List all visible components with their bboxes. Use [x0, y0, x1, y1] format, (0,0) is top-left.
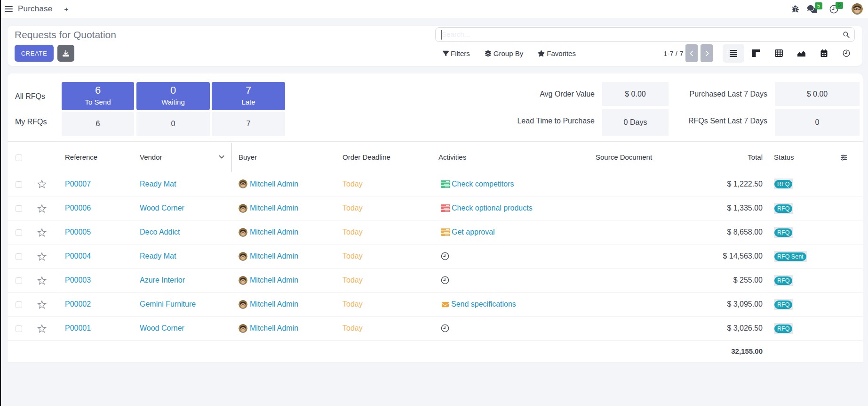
control-panel: Requests for Quotation CREATE Search... …: [8, 26, 862, 66]
waiting[interactable]: 0Waiting: [136, 82, 210, 110]
to-send[interactable]: 6To Send: [62, 82, 134, 110]
list-view[interactable]: [723, 44, 744, 63]
row-P00001[interactable]: P00001Wood CornerMitchell AdminToday$ 3,…: [8, 317, 863, 341]
graph-view[interactable]: [790, 44, 812, 63]
row-P00006[interactable]: P00006Wood CornerMitchell AdminTodayChec…: [8, 196, 863, 220]
activity-view[interactable]: [836, 44, 857, 63]
pager: 1-7 / 7: [663, 45, 684, 62]
main-card: All RFQs My RFQs 6To Send 0Waiting 7Late…: [8, 73, 863, 362]
rfq-table: Reference Vendor Buyer Order Deadline Ac…: [8, 141, 863, 362]
footer-row: 32,155.00: [8, 341, 863, 362]
prev[interactable]: [685, 44, 698, 62]
purchase-dashboard: All RFQs My RFQs 6To Send 0Waiting 7Late…: [8, 73, 863, 141]
search[interactable]: Search...: [435, 27, 855, 42]
row-P00007[interactable]: P00007Ready MatMitchell AdminTodayCheck …: [8, 172, 863, 196]
purchase-rfq-page: Purchase + 5 9 Requests for Quotation CR…: [0, 0, 868, 406]
my-waiting[interactable]: 0: [136, 112, 210, 136]
row-P00005[interactable]: P00005Deco AddictMitchell AdminTodayGet …: [8, 220, 863, 244]
my-to-send[interactable]: 6: [62, 112, 134, 136]
row-P00002[interactable]: P00002Gemini FurnitureMitchell AdminToda…: [8, 292, 863, 317]
next[interactable]: [701, 44, 713, 62]
debug[interactable]: [792, 5, 799, 13]
user-menu[interactable]: [852, 3, 863, 15]
group-by[interactable]: Group By: [485, 49, 523, 57]
pivot-view[interactable]: [768, 44, 789, 63]
menu-toggle[interactable]: [5, 6, 13, 12]
my-late[interactable]: 7: [212, 112, 285, 136]
late[interactable]: 7Late: [212, 82, 285, 110]
export-button[interactable]: [57, 45, 74, 62]
header-row: Reference Vendor Buyer Order Deadline Ac…: [8, 142, 863, 172]
row-P00003[interactable]: P00003Azure InteriorMitchell AdminToday$…: [8, 268, 863, 292]
breadcrumb: Requests for Quotation: [15, 29, 116, 41]
messages[interactable]: 5: [807, 5, 817, 13]
navbar: Purchase + 5 9: [0, 0, 868, 18]
create-button[interactable]: CREATE: [15, 45, 54, 62]
view-switcher: [723, 44, 858, 63]
kanban-view[interactable]: [745, 44, 767, 63]
row-P00004[interactable]: P00004Ready MatMitchell AdminToday$ 14,5…: [8, 244, 863, 268]
left-edge: [0, 0, 1, 406]
calendar-view[interactable]: [813, 44, 835, 63]
activities[interactable]: 9: [829, 5, 838, 14]
filters[interactable]: Filters: [443, 49, 470, 57]
favorites[interactable]: Favorites: [538, 49, 576, 57]
